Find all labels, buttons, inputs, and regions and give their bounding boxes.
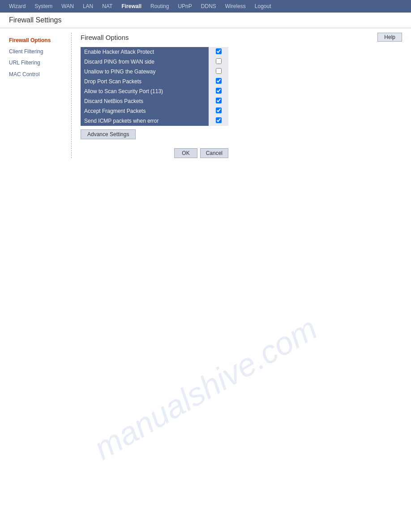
option-checkbox-cell-6[interactable] (209, 106, 228, 116)
ok-button[interactable]: OK (174, 148, 197, 158)
option-label-1: Discard PING from WAN side (81, 57, 209, 67)
sidebar-item-firewall-options[interactable]: Firewall Options (9, 35, 67, 46)
option-label-5: Discard NetBios Packets (81, 96, 209, 106)
nav-item-wizard[interactable]: Wizard (4, 0, 30, 13)
sidebar-item-client-filtering[interactable]: Client Filtering (9, 46, 67, 57)
table-row: Unallow to PING the Gateway (81, 67, 228, 77)
option-checkbox-cell-3[interactable] (209, 77, 228, 86)
nav-item-firewall[interactable]: Firewall (117, 0, 146, 13)
option-checkbox-2[interactable] (216, 68, 222, 74)
content-panel: Firewall Options Help Enable Hacker Atta… (72, 33, 402, 158)
sidebar: Firewall OptionsClient FilteringURL Filt… (9, 33, 72, 158)
navbar: WizardSystemWANLANNATFirewallRoutingUPnP… (0, 0, 411, 13)
option-checkbox-cell-4[interactable] (209, 86, 228, 96)
nav-item-logout[interactable]: Logout (250, 0, 276, 13)
sidebar-item-url-filtering[interactable]: URL Filtering (9, 57, 67, 69)
table-row: Discard PING from WAN side (81, 57, 228, 67)
content-header: Firewall Options Help (81, 33, 402, 42)
option-checkbox-6[interactable] (216, 107, 222, 113)
nav-item-routing[interactable]: Routing (146, 0, 173, 13)
nav-item-wireless[interactable]: Wireless (221, 0, 250, 13)
table-row: Discard NetBios Packets (81, 96, 228, 106)
help-button[interactable]: Help (377, 33, 402, 42)
table-row: Accept Fragment Packets (81, 106, 228, 116)
option-label-0: Enable Hacker Attack Protect (81, 47, 209, 57)
table-row: Drop Port Scan Packets (81, 77, 228, 86)
main-content: Firewall OptionsClient FilteringURL Filt… (0, 28, 411, 163)
option-checkbox-cell-0[interactable] (209, 47, 228, 57)
option-checkbox-4[interactable] (216, 88, 222, 94)
table-row: Send ICMP packets when error (81, 116, 228, 126)
option-label-4: Allow to Scan Security Port (113) (81, 86, 209, 96)
option-checkbox-0[interactable] (216, 48, 222, 54)
table-row: Enable Hacker Attack Protect (81, 47, 228, 57)
cancel-button[interactable]: Cancel (200, 148, 228, 158)
table-row: Allow to Scan Security Port (113) (81, 86, 228, 96)
option-label-6: Accept Fragment Packets (81, 106, 209, 116)
option-label-2: Unallow to PING the Gateway (81, 67, 209, 77)
sidebar-item-mac-control[interactable]: MAC Control (9, 69, 67, 80)
page-title: Firewall Settings (9, 16, 402, 24)
firewall-options-table: Enable Hacker Attack ProtectDiscard PING… (81, 47, 228, 126)
option-checkbox-cell-2[interactable] (209, 67, 228, 77)
option-label-7: Send ICMP packets when error (81, 116, 209, 126)
option-checkbox-1[interactable] (216, 58, 222, 64)
section-heading: Firewall Options (81, 34, 129, 41)
nav-item-system[interactable]: System (30, 0, 57, 13)
option-checkbox-5[interactable] (216, 98, 222, 103)
option-checkbox-cell-7[interactable] (209, 116, 228, 126)
nav-item-ddns[interactable]: DDNS (197, 0, 221, 13)
nav-item-lan[interactable]: LAN (78, 0, 98, 13)
option-checkbox-cell-1[interactable] (209, 57, 228, 67)
option-label-3: Drop Port Scan Packets (81, 77, 209, 86)
nav-item-upnp[interactable]: UPnP (173, 0, 196, 13)
option-checkbox-7[interactable] (216, 117, 222, 123)
option-checkbox-3[interactable] (216, 78, 222, 84)
option-checkbox-cell-5[interactable] (209, 96, 228, 106)
nav-item-nat[interactable]: NAT (98, 0, 117, 13)
action-buttons: OK Cancel (81, 148, 228, 158)
advance-settings-button[interactable]: Advance Settings (81, 129, 136, 139)
page-title-bar: Firewall Settings (0, 13, 411, 28)
nav-item-wan[interactable]: WAN (57, 0, 78, 13)
